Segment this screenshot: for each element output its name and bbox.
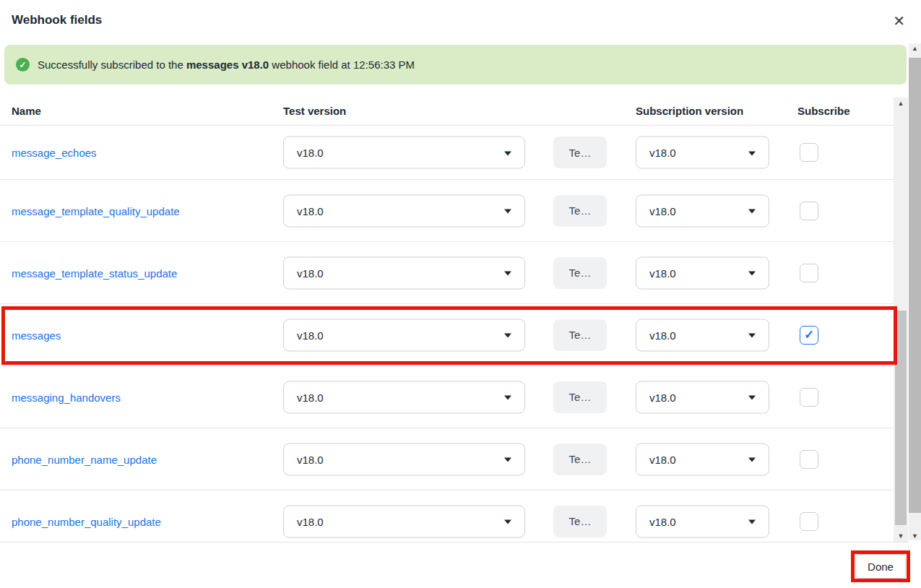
check-circle-icon: ✓ — [16, 58, 30, 72]
dialog-title: Webhook fields — [12, 13, 102, 27]
subscription-version-dropdown[interactable]: v18.0 — [636, 505, 769, 537]
test-version-dropdown[interactable]: v18.0 — [283, 319, 525, 351]
table-row: phone_number_quality_update v18.0 Te… v1… — [0, 490, 894, 542]
test-button[interactable]: Te… — [553, 195, 607, 227]
subscription-version-dropdown[interactable]: v18.0 — [636, 443, 769, 475]
column-header-test-version: Test version — [283, 105, 346, 117]
test-version-dropdown[interactable]: v18.0 — [283, 256, 525, 289]
table-row: message_echoes v18.0 Te… v18.0 ✓ — [0, 126, 894, 180]
success-message: Successfully subscribed to the messages … — [38, 59, 415, 71]
subscribe-checkbox[interactable]: ✓ — [800, 388, 818, 407]
table-row: message_template_quality_update v18.0 Te… — [0, 180, 894, 242]
test-version-dropdown[interactable]: v18.0 — [283, 505, 525, 537]
test-version-value: v18.0 — [297, 147, 324, 159]
test-button[interactable]: Te… — [553, 444, 607, 475]
dialog-scrollbar-thumb[interactable] — [909, 58, 921, 513]
column-header-subscription-version: Subscription version — [636, 105, 743, 117]
test-version-dropdown[interactable]: v18.0 — [283, 194, 525, 227]
test-version-value: v18.0 — [297, 204, 324, 217]
subscription-version-value: v18.0 — [649, 204, 676, 217]
test-button[interactable]: Te… — [553, 137, 607, 168]
test-version-value: v18.0 — [297, 453, 324, 465]
table-row: phone_number_name_update v18.0 Te… v18.0… — [0, 428, 894, 490]
field-link[interactable]: messaging_handovers — [12, 391, 121, 403]
subscribe-checkbox[interactable]: ✓ — [800, 326, 818, 345]
test-version-dropdown[interactable]: v18.0 — [283, 137, 525, 169]
scroll-up-icon[interactable]: ▲ — [909, 45, 921, 52]
dialog-scrollbar[interactable]: ▲ ▼ — [909, 43, 921, 540]
chevron-down-icon — [504, 334, 511, 338]
chevron-down-icon — [504, 396, 511, 400]
subscription-version-dropdown[interactable]: v18.0 — [636, 256, 769, 289]
chevron-down-icon — [748, 396, 756, 400]
subscription-version-dropdown[interactable]: v18.0 — [636, 381, 769, 413]
table-header: Name Test version Subscription version S… — [0, 98, 894, 126]
subscription-version-value: v18.0 — [649, 391, 676, 403]
field-link[interactable]: phone_number_quality_update — [12, 515, 161, 527]
done-button[interactable]: Done — [855, 554, 906, 579]
column-header-subscribe: Subscribe — [797, 105, 850, 117]
test-version-dropdown[interactable]: v18.0 — [283, 443, 525, 475]
field-link[interactable]: phone_number_name_update — [12, 453, 157, 465]
subscription-version-value: v18.0 — [649, 515, 676, 527]
subscribe-checkbox[interactable]: ✓ — [800, 202, 818, 220]
chevron-down-icon — [748, 272, 756, 276]
scroll-up-icon[interactable]: ▲ — [894, 100, 908, 107]
field-link[interactable]: message_template_status_update — [12, 267, 177, 279]
subscribe-checkbox[interactable]: ✓ — [800, 264, 818, 282]
subscription-version-dropdown[interactable]: v18.0 — [636, 319, 769, 351]
chevron-down-icon — [748, 151, 756, 155]
test-version-value: v18.0 — [297, 329, 324, 341]
close-icon[interactable]: ✕ — [893, 12, 905, 30]
success-banner: ✓ Successfully subscribed to the message… — [4, 45, 907, 85]
test-version-value: v18.0 — [297, 267, 324, 279]
subscription-version-dropdown[interactable]: v18.0 — [636, 137, 769, 169]
table-row: message_template_status_update v18.0 Te…… — [0, 242, 894, 304]
subscription-version-value: v18.0 — [649, 453, 676, 465]
webhook-fields-list: message_echoes v18.0 Te… v18.0 ✓ message… — [0, 126, 894, 542]
test-button[interactable]: Te… — [553, 381, 607, 413]
table-row: messaging_handovers v18.0 Te… v18.0 ✓ — [0, 366, 894, 428]
chevron-down-icon — [504, 151, 511, 155]
chevron-down-icon — [748, 458, 756, 462]
chevron-down-icon — [748, 209, 756, 214]
field-link[interactable]: messages — [12, 329, 61, 341]
chevron-down-icon — [504, 458, 511, 462]
test-button[interactable]: Te… — [553, 319, 607, 351]
subscribe-checkbox[interactable]: ✓ — [800, 512, 818, 531]
scroll-down-icon[interactable]: ▼ — [909, 532, 921, 540]
subscribe-checkbox[interactable]: ✓ — [800, 143, 818, 162]
test-button[interactable]: Te… — [553, 257, 607, 289]
success-message-suffix: webhook field at 12:56:33 PM — [269, 59, 415, 71]
test-version-dropdown[interactable]: v18.0 — [283, 381, 525, 413]
subscription-version-dropdown[interactable]: v18.0 — [636, 194, 769, 227]
subscription-version-value: v18.0 — [649, 267, 676, 279]
chevron-down-icon — [748, 334, 756, 338]
subscription-version-value: v18.0 — [649, 329, 676, 341]
success-message-field: messages v18.0 — [186, 59, 269, 71]
test-version-value: v18.0 — [297, 515, 324, 527]
chevron-down-icon — [504, 272, 511, 276]
test-button[interactable]: Te… — [553, 506, 607, 537]
chevron-down-icon — [504, 520, 511, 524]
table-scrollbar-thumb[interactable] — [895, 311, 907, 525]
column-header-name: Name — [12, 105, 41, 117]
subscribe-checkbox[interactable]: ✓ — [800, 450, 818, 469]
chevron-down-icon — [504, 209, 511, 214]
field-link[interactable]: message_template_quality_update — [12, 204, 180, 217]
table-scrollbar[interactable]: ▲ ▼ — [894, 98, 908, 542]
success-message-prefix: Successfully subscribed to the — [38, 59, 186, 71]
scroll-down-icon[interactable]: ▼ — [894, 532, 908, 540]
table-bottom-divider — [0, 542, 909, 542]
chevron-down-icon — [748, 520, 756, 524]
field-link[interactable]: message_echoes — [12, 147, 97, 159]
table-row-messages: messages v18.0 Te… v18.0 ✓ — [0, 304, 894, 366]
test-version-value: v18.0 — [297, 391, 324, 403]
subscription-version-value: v18.0 — [649, 147, 676, 159]
